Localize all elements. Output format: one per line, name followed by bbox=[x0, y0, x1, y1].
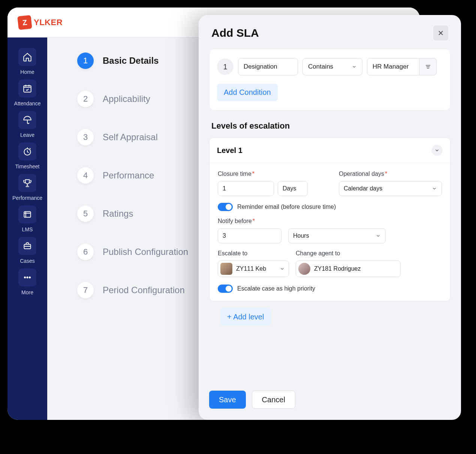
trophy-icon bbox=[18, 174, 36, 192]
step-label: Applicability bbox=[103, 94, 150, 104]
closure-time-unit[interactable] bbox=[278, 181, 308, 196]
sidebar-item-leave[interactable]: Leave bbox=[18, 111, 36, 138]
condition-field-select[interactable]: Designation bbox=[238, 58, 298, 75]
more-icon bbox=[18, 268, 36, 286]
reminder-toggle-row: Reminder email (before closure time) bbox=[218, 203, 442, 211]
reminder-toggle-label: Reminder email (before closure time) bbox=[237, 204, 336, 210]
step-label: Ratings bbox=[103, 208, 133, 219]
chevron-down-icon bbox=[376, 233, 381, 238]
step-label: Basic Details bbox=[103, 55, 159, 66]
step-number: 2 bbox=[77, 91, 94, 107]
chevron-down-icon bbox=[432, 186, 437, 191]
level-header[interactable]: Level 1 bbox=[210, 138, 450, 163]
svg-point-6 bbox=[29, 277, 30, 278]
person-name: ZY111 Keb bbox=[236, 265, 276, 272]
add-sla-modal: Add SLA 1 Designation Contains HR Manage… bbox=[199, 15, 461, 420]
umbrella-icon bbox=[18, 111, 36, 129]
modal-title: Add SLA bbox=[211, 27, 259, 39]
level-body: Closure time* Operational days* Calendar… bbox=[210, 163, 450, 301]
briefcase-icon bbox=[18, 237, 36, 255]
sidebar-item-label: Cases bbox=[20, 258, 35, 264]
step-number: 1 bbox=[77, 52, 94, 69]
operational-days-label: Operational days* bbox=[339, 171, 442, 177]
condition-options-button[interactable] bbox=[419, 58, 437, 75]
closure-time-input[interactable] bbox=[218, 181, 274, 196]
sidebar-item-label: Performance bbox=[12, 195, 42, 201]
chevron-down-icon bbox=[352, 64, 357, 69]
condition-row: 1 Designation Contains HR Manager bbox=[217, 58, 443, 75]
notify-before-input[interactable] bbox=[218, 228, 281, 243]
reminder-toggle[interactable] bbox=[218, 203, 233, 211]
sidebar-item-label: More bbox=[21, 289, 33, 295]
book-icon bbox=[18, 205, 36, 223]
escalate-to-select[interactable]: ZY111 Keb bbox=[218, 261, 289, 277]
step-number: 6 bbox=[77, 244, 94, 260]
add-condition-button[interactable]: Add Condition bbox=[217, 84, 278, 101]
svg-point-4 bbox=[24, 277, 25, 278]
calendar-check-icon bbox=[18, 79, 36, 97]
step-number: 7 bbox=[77, 282, 94, 298]
step-label: Period Configuration bbox=[103, 285, 185, 295]
escalation-level-card: Level 1 Closure time* Operational d bbox=[209, 138, 451, 301]
condition-value-input[interactable]: HR Manager bbox=[367, 58, 419, 75]
condition-number: 1 bbox=[217, 58, 234, 75]
chevron-down-icon bbox=[434, 148, 440, 153]
save-button[interactable]: Save bbox=[209, 391, 246, 409]
sidebar-item-label: Timesheet bbox=[15, 163, 40, 169]
logo-text: YLKER bbox=[34, 18, 63, 27]
modal-header: Add SLA bbox=[199, 15, 461, 49]
sidebar-item-cases[interactable]: Cases bbox=[18, 237, 36, 264]
close-icon bbox=[437, 29, 445, 37]
closure-time-label: Closure time* bbox=[218, 171, 321, 177]
sidebar-item-label: Leave bbox=[20, 132, 34, 138]
change-agent-select[interactable]: ZY181 Rodriguez bbox=[296, 261, 401, 277]
logo-badge: Z bbox=[17, 15, 32, 30]
sidebar-item-attendance[interactable]: Attendance bbox=[14, 79, 41, 106]
svg-rect-0 bbox=[24, 85, 31, 92]
notify-before-label: Notify before* bbox=[218, 218, 281, 225]
operational-days-select[interactable]: Calendar days bbox=[339, 181, 442, 196]
step-number: 4 bbox=[77, 167, 94, 184]
list-icon bbox=[425, 63, 431, 70]
collapse-toggle[interactable] bbox=[431, 145, 443, 156]
chevron-down-icon bbox=[280, 266, 285, 271]
add-level-button[interactable]: + Add level bbox=[220, 308, 271, 326]
escalation-section-title: Levels of escalation bbox=[209, 119, 451, 138]
modal-footer: Save Cancel bbox=[199, 384, 461, 420]
svg-rect-2 bbox=[24, 211, 30, 217]
high-priority-toggle-row: Escalate case as high priority bbox=[218, 285, 442, 293]
sidebar-item-label: Home bbox=[20, 69, 34, 75]
high-priority-toggle-label: Escalate case as high priority bbox=[237, 285, 315, 292]
sidebar-item-more[interactable]: More bbox=[18, 268, 36, 295]
clock-icon bbox=[18, 142, 36, 160]
sidebar-item-label: Attendance bbox=[14, 100, 41, 106]
step-number: 5 bbox=[77, 205, 94, 222]
sidebar-item-label: LMS bbox=[22, 226, 33, 232]
step-label: Self Appraisal bbox=[103, 132, 158, 142]
sidebar-item-timesheet[interactable]: Timesheet bbox=[15, 142, 40, 169]
logo: Z YLKER bbox=[18, 16, 63, 29]
sidebar-item-lms[interactable]: LMS bbox=[18, 205, 36, 232]
conditions-card: 1 Designation Contains HR Manager Add Co… bbox=[209, 49, 451, 111]
notify-before-unit-select[interactable]: Hours bbox=[288, 228, 386, 243]
home-icon bbox=[18, 48, 36, 66]
sidebar-item-home[interactable]: Home bbox=[18, 48, 36, 75]
avatar bbox=[220, 263, 232, 275]
close-button[interactable] bbox=[433, 25, 448, 40]
cancel-button[interactable]: Cancel bbox=[252, 391, 295, 409]
svg-point-5 bbox=[27, 277, 28, 278]
step-number: 3 bbox=[77, 129, 94, 145]
avatar bbox=[298, 263, 310, 275]
sidebar: Home Attendance Leave Timesheet Performa… bbox=[7, 37, 47, 420]
modal-body: 1 Designation Contains HR Manager Add Co… bbox=[199, 49, 461, 384]
person-name: ZY181 Rodriguez bbox=[314, 265, 397, 272]
step-label: Publish Configuration bbox=[103, 247, 188, 257]
condition-operator-select[interactable]: Contains bbox=[302, 58, 362, 75]
escalate-to-label: Escalate to bbox=[218, 250, 289, 257]
sidebar-item-performance[interactable]: Performance bbox=[12, 174, 42, 201]
change-agent-label: Change agent to bbox=[296, 250, 401, 257]
high-priority-toggle[interactable] bbox=[218, 285, 233, 293]
level-title: Level 1 bbox=[217, 146, 242, 155]
step-label: Performance bbox=[103, 170, 154, 181]
